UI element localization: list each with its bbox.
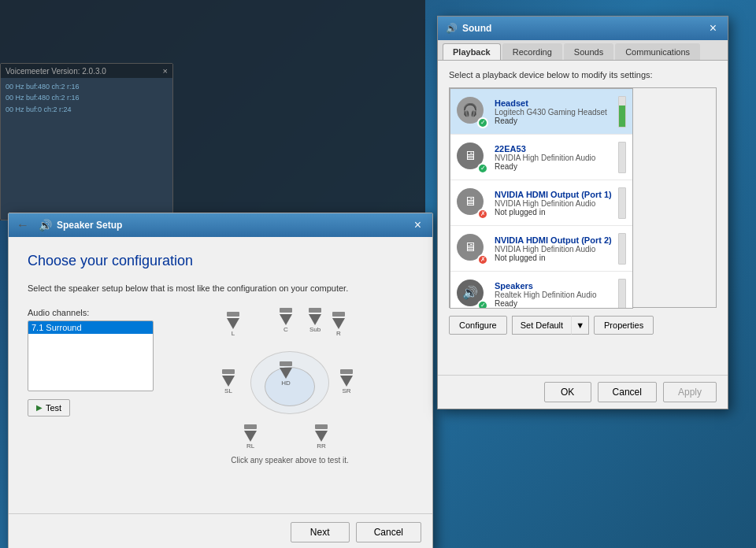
speaker-HD-shape: [278, 361, 294, 379]
speaker-SL-label: SL: [224, 387, 232, 394]
tab-communications[interactable]: Communications: [615, 43, 700, 60]
speaker-setup-heading: Choose your configuration: [28, 253, 413, 269]
nvidia2-info: NVIDIA HDMI Output (Port 2) NVIDIA High …: [495, 235, 612, 262]
voicemeeter-close-btn[interactable]: ×: [163, 66, 168, 76]
nvidia2-level: [618, 233, 626, 265]
nvidia1-name: NVIDIA HDMI Output (Port 1): [495, 190, 612, 199]
test-button[interactable]: ▶ Test: [28, 399, 70, 417]
speaker-R-shape: [331, 312, 346, 329]
device-icon-headset: 🎧 ✓: [457, 97, 487, 127]
speaker-RR-triangle: [315, 431, 328, 442]
speaker-RL-shape: [243, 424, 258, 442]
22ea53-driver: NVIDIA High Definition Audio: [495, 154, 612, 162]
ok-button[interactable]: OK: [544, 382, 591, 402]
speaker-HD[interactable]: HD: [278, 361, 294, 387]
speaker-setup-main: Audio channels: 7.1 Surround ▶ Test: [28, 308, 413, 498]
speaker-L-stand: [227, 312, 239, 317]
set-default-button[interactable]: Set Default: [512, 316, 571, 335]
headset-status: Ready: [495, 117, 612, 125]
speaker-RR[interactable]: RR: [313, 424, 329, 450]
speaker-setup-close-btn[interactable]: ×: [411, 218, 424, 232]
test-btn-label: Test: [46, 403, 61, 413]
device-item-speakers[interactable]: 🔊 ✓ Speakers Realtek High Definition Aud…: [450, 272, 632, 309]
headset-badge: ✓: [477, 117, 488, 128]
playback-description: Select a playback device below to modify…: [449, 70, 717, 80]
sound-buttons-row: Configure Set Default ▼ Properties: [449, 316, 717, 335]
speaker-C[interactable]: C: [278, 308, 294, 333]
speaker-RL[interactable]: RL: [243, 424, 258, 450]
speaker-setup-titlebar-left: ← 🔊 Speaker Setup: [17, 218, 122, 232]
speaker-R[interactable]: R: [331, 312, 346, 337]
speakers-driver: Realtek High Definition Audio: [495, 291, 612, 299]
audio-channels-list[interactable]: 7.1 Surround: [28, 320, 154, 391]
sound-cancel-button[interactable]: Cancel: [598, 382, 657, 402]
22ea53-info: 22EA53 NVIDIA High Definition Audio Read…: [495, 144, 612, 171]
sound-title-text: Sound: [462, 23, 491, 34]
voicemeeter-titlebar: Voicemeeter Version: 2.0.3.0 ×: [1, 64, 172, 78]
voicemeeter-info-line3: 00 Hz buf:0 ch:2 r:24: [6, 104, 168, 115]
cancel-button[interactable]: Cancel: [356, 522, 421, 542]
device-list[interactable]: 🎧 ✓ Headset Logitech G430 Gaming Headset…: [450, 88, 633, 309]
sound-titlebar: 🔊 Sound ×: [438, 17, 728, 40]
sound-footer: OK Cancel Apply: [438, 375, 728, 409]
22ea53-level: [618, 142, 626, 173]
speaker-SL-stand: [222, 369, 235, 374]
22ea53-badge: ✓: [477, 163, 488, 174]
nvidia2-badge: ✗: [477, 254, 488, 265]
device-item-headset[interactable]: 🎧 ✓ Headset Logitech G430 Gaming Headset…: [450, 89, 632, 135]
speaker-HD-label: HD: [281, 380, 291, 387]
device-icon-speakers: 🔊 ✓: [457, 280, 487, 309]
device-icon-nvidia2: 🖥 ✗: [457, 234, 487, 264]
speakers-badge: ✓: [477, 300, 488, 309]
tab-sounds[interactable]: Sounds: [564, 43, 613, 60]
speaker-Sub-label: Sub: [309, 326, 321, 333]
tab-recording[interactable]: Recording: [502, 43, 562, 60]
voicemeeter-info-line1: 00 Hz buf:480 ch:2 r:16: [6, 81, 168, 92]
speaker-diagram: L C R: [166, 308, 413, 498]
voicemeeter-info: 00 Hz buf:480 ch:2 r:16 00 Hz buf:480 ch…: [1, 78, 172, 118]
configure-button[interactable]: Configure: [449, 316, 507, 335]
speaker-SL[interactable]: SL: [220, 369, 236, 394]
device-item-22ea53[interactable]: 🖥 ✓ 22EA53 NVIDIA High Definition Audio …: [450, 135, 632, 180]
speaker-C-label: C: [284, 326, 288, 333]
22ea53-status: Ready: [495, 162, 612, 171]
speaker-L[interactable]: L: [225, 312, 241, 337]
speaker-SR-triangle: [340, 376, 353, 387]
speaker-SL-shape: [220, 369, 236, 387]
speaker-RR-shape: [313, 424, 329, 442]
sound-content: Select a playback device below to modify…: [438, 61, 728, 375]
speaker-SR[interactable]: SR: [339, 369, 354, 394]
speaker-Sub-shape: [307, 308, 323, 325]
set-default-dropdown-btn[interactable]: ▼: [571, 316, 589, 335]
voicemeeter-title-text: Voicemeeter Version: 2.0.3.0: [6, 67, 106, 76]
speaker-HD-triangle: [280, 368, 292, 379]
sound-titlebar-left: 🔊 Sound: [446, 23, 491, 34]
back-arrow-icon[interactable]: ←: [17, 218, 29, 232]
speaker-L-shape: [225, 312, 241, 329]
speaker-C-triangle: [280, 314, 292, 325]
device-item-nvidia-hdmi-2[interactable]: 🖥 ✗ NVIDIA HDMI Output (Port 2) NVIDIA H…: [450, 226, 632, 272]
speaker-Sub-triangle: [309, 314, 321, 325]
voicemeeter-panel: Voicemeeter Version: 2.0.3.0 × 00 Hz buf…: [0, 63, 173, 220]
speaker-RL-stand: [244, 424, 257, 429]
speakers-level: [618, 279, 626, 309]
speaker-setup-titlebar: ← 🔊 Speaker Setup ×: [9, 213, 432, 237]
apply-button[interactable]: Apply: [663, 382, 717, 402]
nvidia1-level: [618, 187, 626, 219]
properties-button[interactable]: Properties: [594, 316, 654, 335]
next-button[interactable]: Next: [291, 522, 350, 542]
speaker-Sub[interactable]: Sub: [307, 308, 323, 333]
headset-level: [618, 96, 626, 128]
channel-option-71[interactable]: 7.1 Surround: [28, 321, 153, 334]
audio-channels-section: Audio channels: 7.1 Surround ▶ Test: [28, 308, 154, 498]
sound-close-btn[interactable]: ×: [706, 21, 720, 35]
device-item-nvidia-hdmi-1[interactable]: 🖥 ✗ NVIDIA HDMI Output (Port 1) NVIDIA H…: [450, 180, 632, 226]
speaker-icon: 🔊: [39, 219, 52, 231]
tab-playback[interactable]: Playback: [443, 43, 501, 60]
sound-title-icon: 🔊: [446, 23, 458, 34]
speakers-info: Speakers Realtek High Definition Audio R…: [495, 281, 612, 308]
speaker-R-triangle: [332, 318, 345, 329]
22ea53-name: 22EA53: [495, 144, 612, 154]
device-icon-nvidia1: 🖥 ✗: [457, 188, 487, 218]
speaker-L-label: L: [232, 330, 235, 337]
